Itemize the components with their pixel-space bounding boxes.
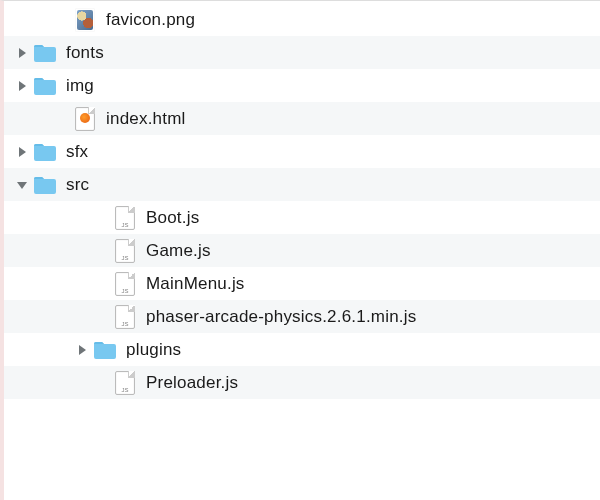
folder-icon (32, 40, 58, 66)
file-tree[interactable]: favicon.png fonts img index.html (4, 1, 600, 399)
folder-label: sfx (66, 142, 88, 162)
tree-row-folder[interactable]: src (4, 168, 600, 201)
folder-label: src (66, 175, 89, 195)
js-file-icon: JS (112, 271, 138, 297)
file-label: Preloader.js (146, 373, 238, 393)
js-file-icon: JS (112, 238, 138, 264)
folder-label: plugins (126, 340, 181, 360)
tree-row-file[interactable]: JS Boot.js (4, 201, 600, 234)
folder-label: fonts (66, 43, 104, 63)
disclosure-triangle-icon[interactable] (12, 80, 32, 92)
file-label: phaser-arcade-physics.2.6.1.min.js (146, 307, 416, 327)
js-file-icon: JS (112, 304, 138, 330)
file-label: Game.js (146, 241, 211, 261)
tree-row-folder[interactable]: sfx (4, 135, 600, 168)
disclosure-triangle-expanded-icon[interactable] (12, 180, 32, 190)
folder-icon (32, 73, 58, 99)
folder-label: img (66, 76, 94, 96)
tree-row-folder[interactable]: img (4, 69, 600, 102)
tree-row-file[interactable]: JS Game.js (4, 234, 600, 267)
js-file-icon: JS (112, 370, 138, 396)
folder-icon (32, 172, 58, 198)
disclosure-triangle-icon[interactable] (12, 47, 32, 59)
tree-row-file[interactable]: JS MainMenu.js (4, 267, 600, 300)
file-label: MainMenu.js (146, 274, 245, 294)
image-file-icon (72, 7, 98, 33)
tree-row-file[interactable]: index.html (4, 102, 600, 135)
tree-row-file[interactable]: JS phaser-arcade-physics.2.6.1.min.js (4, 300, 600, 333)
disclosure-triangle-icon[interactable] (12, 146, 32, 158)
js-file-icon: JS (112, 205, 138, 231)
tree-row-folder[interactable]: plugins (4, 333, 600, 366)
tree-row-file[interactable]: JS Preloader.js (4, 366, 600, 399)
tree-row-file[interactable]: favicon.png (4, 3, 600, 36)
file-label: favicon.png (106, 10, 195, 30)
html-file-icon (72, 106, 98, 132)
tree-row-folder[interactable]: fonts (4, 36, 600, 69)
file-label: index.html (106, 109, 185, 129)
folder-icon (92, 337, 118, 363)
folder-icon (32, 139, 58, 165)
file-label: Boot.js (146, 208, 199, 228)
disclosure-triangle-icon[interactable] (72, 344, 92, 356)
